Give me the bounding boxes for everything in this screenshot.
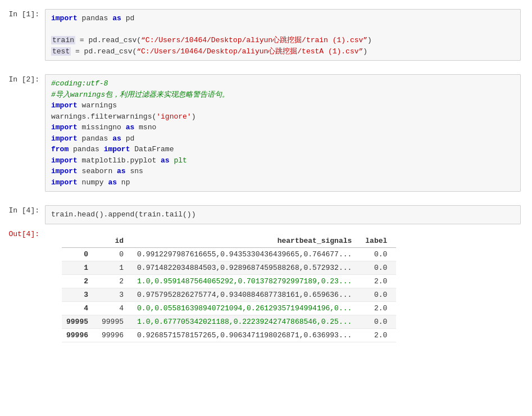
col-header-label: label <box>361 234 396 248</box>
row-label: 2.0 <box>361 274 396 288</box>
row-index: 0 <box>62 247 97 261</box>
output-table: id heartbeat_signals label 0 0 0.9912297… <box>62 234 396 342</box>
row-heartbeat: 0.0,0.055816398940721094,0.2612935719499… <box>133 301 361 315</box>
row-heartbeat: 0.9714822034884503,0.9289687459588268,0.… <box>133 261 361 274</box>
col-header-heartbeat: heartbeat_signals <box>133 234 361 248</box>
col-header-id: id <box>97 234 133 248</box>
row-index: 2 <box>62 274 97 288</box>
code-line-train: train = pd.read_csv(“C:/Users/10464/Desk… <box>51 35 515 46</box>
row-label: 0.0 <box>361 315 396 328</box>
code-line: import missingno as msno <box>51 122 515 133</box>
cell-4: In [4]: train.head().append(train.tail()… <box>0 202 532 228</box>
code-line: import numpy as np <box>51 177 515 188</box>
output-4-label: Out[4]: <box>0 230 45 238</box>
code-line: import pandas as pd <box>51 133 515 144</box>
code-line: #导入warnings包，利用过滤器来实现忽略警告语句。 <box>51 89 515 101</box>
code-line: import warnings <box>51 100 515 111</box>
cell-2: In [2]: #coding:utf-8 #导入warnings包，利用过滤器… <box>0 71 532 195</box>
table-row: 99996 99996 0.9268571578157265,0.9063471… <box>62 328 396 342</box>
code-line: from pandas import DataFrame <box>51 144 515 155</box>
table-row: 3 3 0.9757952826275774,0.934088468773816… <box>62 288 396 301</box>
code-line: warnings.filterwarnings('ignore') <box>51 111 515 123</box>
code-line: import seaborn as sns <box>51 166 515 177</box>
code-line: import pandas as pd <box>51 13 515 24</box>
cell-1: In [1]: import pandas as pd train = pd.r… <box>0 6 532 64</box>
cell-2-label: In [2]: <box>0 74 45 84</box>
row-index: 99996 <box>62 328 97 342</box>
table-header-row: id heartbeat_signals label <box>62 234 396 248</box>
code-line: train.head().append(train.tail()) <box>51 209 515 220</box>
code-line: import matplotlib.pyplot as plt <box>51 155 515 166</box>
row-index: 99995 <box>62 315 97 328</box>
output-4-label-row: Out[4]: id heartbeat_signals label 0 0 0… <box>0 228 532 349</box>
row-id: 2 <box>97 274 133 288</box>
cell-2-content[interactable]: #coding:utf-8 #导入warnings包，利用过滤器来实现忽略警告语… <box>45 74 521 192</box>
cell-4-label: In [4]: <box>0 205 45 215</box>
row-id: 99996 <box>97 328 133 342</box>
code-line-test: test = pd.read_csv(“C:/Users/10464/Deskt… <box>51 46 515 57</box>
cell-1-label: In [1]: <box>0 9 45 19</box>
row-index: 4 <box>62 301 97 315</box>
notebook: In [1]: import pandas as pd train = pd.r… <box>0 0 532 416</box>
code-line: #coding:utf-8 <box>51 78 515 89</box>
col-header-empty <box>62 234 97 248</box>
table-row: 2 2 1.0,0.9591487564065292,0.70137827929… <box>62 274 396 288</box>
row-heartbeat: 1.0,0.9591487564065292,0.701378279299718… <box>133 274 361 288</box>
output-4-content: id heartbeat_signals label 0 0 0.9912297… <box>45 230 532 347</box>
row-id: 4 <box>97 301 133 315</box>
row-id: 1 <box>97 261 133 274</box>
row-id: 3 <box>97 288 133 301</box>
table-row: 99995 99995 1.0,0.677705342021188,0.2223… <box>62 315 396 328</box>
row-id: 0 <box>97 247 133 261</box>
row-index: 1 <box>62 261 97 274</box>
row-label: 2.0 <box>361 301 396 315</box>
row-heartbeat: 0.9757952826275774,0.9340884687738161,0.… <box>133 288 361 301</box>
code-line <box>51 24 515 35</box>
table-row: 4 4 0.0,0.055816398940721094,0.261293571… <box>62 301 396 315</box>
table-row: 1 1 0.9714822034884503,0.928968745958826… <box>62 261 396 274</box>
row-heartbeat: 0.9268571578157265,0.9063471198026871,0.… <box>133 328 361 342</box>
row-heartbeat: 0.9912297987616655,0.9435330436439665,0.… <box>133 247 361 261</box>
row-id: 99995 <box>97 315 133 328</box>
row-heartbeat: 1.0,0.677705342021188,0.2223924274786854… <box>133 315 361 328</box>
table-row: 0 0 0.9912297987616655,0.943533043643966… <box>62 247 396 261</box>
cell-4-content[interactable]: train.head().append(train.tail()) <box>45 205 521 224</box>
row-label: 0.0 <box>361 288 396 301</box>
cell-1-content[interactable]: import pandas as pd train = pd.read_csv(… <box>45 9 521 61</box>
row-index: 3 <box>62 288 97 301</box>
row-label: 0.0 <box>361 247 396 261</box>
row-label: 0.0 <box>361 261 396 274</box>
row-label: 2.0 <box>361 328 396 342</box>
